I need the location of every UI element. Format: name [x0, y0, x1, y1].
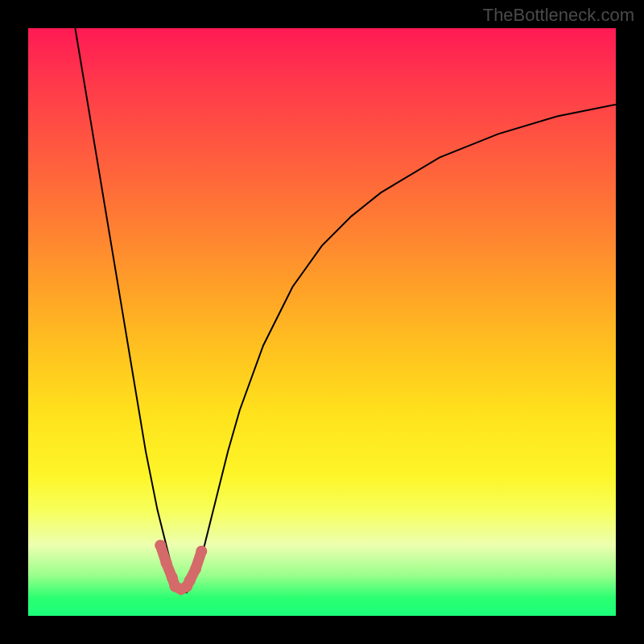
watermark-text: TheBottleneck.com: [483, 5, 634, 26]
highlight-dot: [196, 546, 207, 557]
chart-frame: TheBottleneck.com: [0, 0, 644, 644]
curve-line: [75, 28, 616, 592]
highlight-dot: [155, 539, 166, 551]
highlight-dot: [161, 557, 172, 568]
highlight-dot: [190, 564, 201, 575]
highlight-dot: [184, 575, 196, 586]
plot-area: [28, 28, 616, 616]
plot-svg: [28, 28, 616, 616]
